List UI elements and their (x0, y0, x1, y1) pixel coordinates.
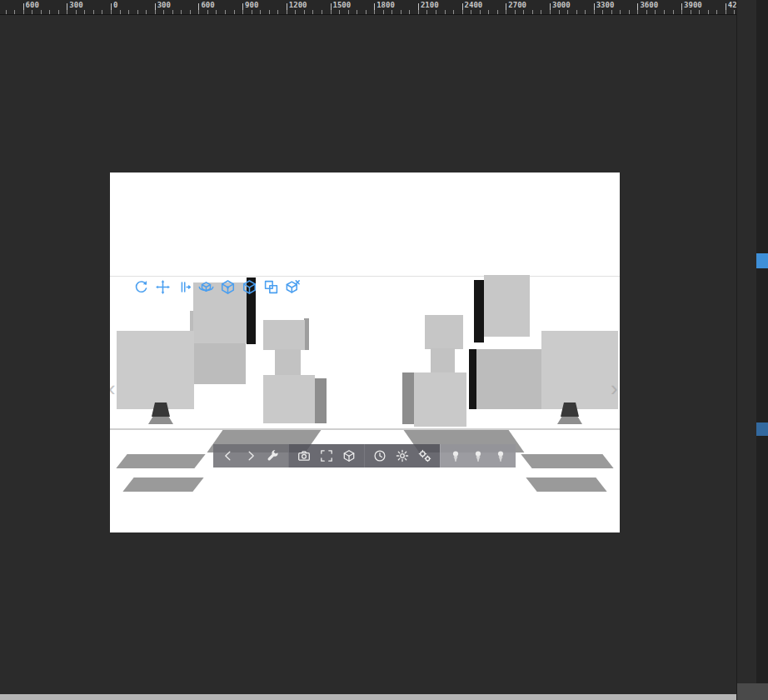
box-right-mid-side (469, 349, 476, 409)
box-right-top (484, 275, 530, 337)
scene-viewport[interactable]: ‹ › (110, 172, 620, 532)
ruler-label: 1500 (333, 1, 352, 9)
nav-forward-icon[interactable] (244, 449, 257, 462)
ruler-label: 3600 (640, 1, 658, 9)
cube-view-icon[interactable] (342, 449, 356, 462)
floor-shadow (122, 478, 203, 492)
box-right-bottom-side (402, 372, 414, 424)
box-left-bottom-side (315, 378, 327, 423)
horizontal-scrollbar[interactable] (0, 694, 736, 700)
toolbar-group (288, 444, 364, 468)
ruler-label: 600 (26, 1, 39, 9)
toolbar-group (213, 444, 288, 468)
ruler-label: 2100 (421, 1, 439, 9)
rect-transform-gizmo-icon[interactable] (177, 279, 192, 295)
camera-icon[interactable] (297, 449, 311, 462)
scrollbar-marker (756, 422, 768, 436)
delete-cube-icon[interactable] (285, 279, 301, 295)
image-canvas[interactable]: ‹ › (110, 172, 620, 532)
floor-shadow (526, 478, 606, 492)
ruler-label: 42 (728, 1, 737, 9)
wrench-icon[interactable] (267, 449, 280, 462)
box-left-small (263, 320, 305, 350)
stacked-cube-icon[interactable] (263, 279, 279, 295)
gear-icon[interactable] (396, 449, 409, 462)
floor-shadow (521, 454, 613, 468)
gears-icon[interactable] (418, 449, 431, 462)
frame-select-icon[interactable] (320, 449, 333, 462)
scrollbar-corner-box (737, 683, 768, 700)
floor-shadow (116, 454, 205, 468)
ruler-label: 900 (245, 1, 258, 9)
ruler-label: 0 (113, 1, 117, 9)
ruler-label: 2400 (465, 1, 483, 9)
ruler-label: 3000 (552, 1, 571, 9)
ruler-label: 3900 (684, 1, 702, 9)
foot-left-base (148, 417, 173, 424)
local-space-cube-icon[interactable] (242, 279, 257, 295)
box-left-column (275, 349, 301, 377)
toolbar-group (364, 444, 440, 468)
right-panel (736, 0, 768, 700)
viewport-nav-right-icon[interactable]: › (611, 378, 618, 399)
ruler-label: 300 (69, 1, 82, 9)
box-left-big (117, 331, 194, 409)
box-right-big (541, 331, 618, 409)
lamp-icon-3[interactable] (494, 449, 507, 462)
floor-line (110, 428, 620, 430)
application-window: 6003000300600900120015001800210024002700… (0, 0, 768, 700)
ruler-label: 1800 (377, 1, 395, 9)
vertical-scrollbar[interactable] (756, 0, 768, 700)
horizon-line (110, 276, 620, 277)
box-right-top-side (474, 280, 484, 342)
viewport-nav-left-icon[interactable]: ‹ (110, 378, 116, 399)
ruler-label: 3300 (596, 1, 615, 9)
ruler-label: 300 (157, 1, 171, 9)
ruler-label: 600 (201, 1, 214, 9)
orbit-rotate-gizmo-icon[interactable] (133, 279, 149, 295)
box-right-small (425, 315, 463, 349)
lamp-icon-2[interactable] (471, 449, 485, 462)
scrollbar-marker (756, 253, 768, 268)
world-space-cube-icon[interactable] (198, 279, 214, 295)
nav-back-icon[interactable] (222, 449, 235, 462)
gizmo-toolbar (133, 279, 301, 295)
ruler-label: 2700 (508, 1, 526, 9)
viewport-toolbar (213, 444, 515, 468)
clock-icon[interactable] (373, 449, 386, 462)
horizontal-ruler[interactable]: 6003000300600900120015001800210024002700… (0, 0, 736, 15)
toolbar-group (440, 444, 516, 468)
move-gizmo-icon[interactable] (155, 279, 171, 295)
box-left-bottom (263, 375, 315, 423)
box-right-bottom (414, 372, 466, 427)
lamp-icon-1[interactable] (449, 449, 462, 462)
pivot-cube-icon[interactable] (220, 279, 236, 295)
ruler-label: 1200 (289, 1, 307, 9)
foot-right-base (557, 417, 582, 424)
box-right-mid (469, 349, 543, 409)
